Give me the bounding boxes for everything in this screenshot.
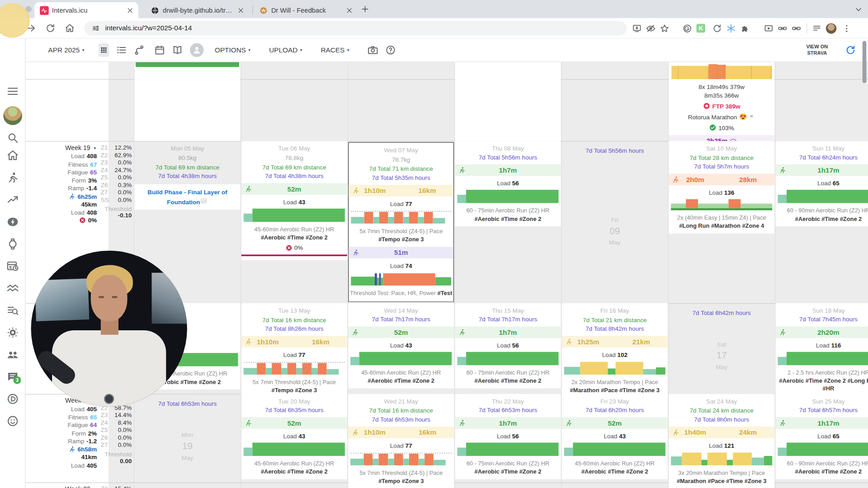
snowflake-extension-icon[interactable] [726, 23, 736, 33]
athlete-avatar[interactable] [190, 43, 204, 57]
workout-card[interactable]: 1h25m21kmLoad 1022x 20min Marathon Tempo… [562, 336, 668, 394]
day-cell[interactable]: Wed 28 May [348, 483, 454, 488]
workout-card[interactable]: 1h7mLoad 5660 - 75min Aerobic Run (Z2) H… [455, 326, 561, 385]
race-name[interactable]: Rotorua Marathon 😍 [669, 113, 774, 121]
site-settings-icon[interactable] [92, 24, 99, 32]
eye-off-icon[interactable] [646, 23, 656, 33]
sidebar-item-fitness[interactable] [7, 194, 19, 206]
day-cell[interactable]: Fri 23 May7d Total 6h20m hours52mLoad 43… [562, 394, 668, 483]
sidebar-item-activities[interactable] [7, 172, 19, 184]
day-cell[interactable]: Mon 26 May [135, 483, 241, 488]
workout-card[interactable]: 2h20mLoad 1162 - 2.5 hrs Aerobic Run (Z2… [776, 326, 868, 393]
options-menu[interactable]: OPTIONS▼ [215, 46, 251, 54]
day-cell[interactable]: Sun 11 May7d Total 6h24m hours1h17mLoad … [776, 141, 868, 303]
browser-profile-avatar[interactable] [826, 23, 836, 33]
overlay-handle[interactable] [104, 394, 114, 404]
logbook-icon[interactable] [172, 45, 183, 55]
workout-card[interactable]: 1h10m16kmLoad 775x 7min Threshold (Z4-5)… [349, 185, 453, 243]
day-cell[interactable]: Tue 13 May7d Total 16 km distance7d Tota… [241, 303, 347, 394]
new-tab-button[interactable] [361, 5, 369, 13]
plan-note-link[interactable]: Build Phase - Final Layer of Foundation [135, 184, 241, 210]
day-cell[interactable]: Sat 31 May [669, 483, 774, 488]
day-cell[interactable]: Thu 22 May7d Total 6h53m hours1h7mLoad 5… [455, 394, 561, 483]
url-input[interactable]: intervals.icu/?w=2025-04-14 [84, 21, 627, 36]
install-app-icon[interactable] [632, 23, 642, 33]
tab-intervals[interactable]: Intervals.icu [34, 2, 138, 19]
refresh-icon[interactable] [845, 45, 856, 55]
grammarly-extension-icon[interactable] [683, 23, 692, 33]
sidebar-item-totals[interactable] [7, 282, 19, 294]
upload-menu[interactable]: UPLOAD▼ [269, 46, 303, 54]
day-cell[interactable]: Sun 18 May7d Total 7h45m hours2h20mLoad … [776, 303, 868, 394]
day-cell[interactable]: Tue 06 May78.8kg7d Total 69 km distance7… [241, 141, 347, 303]
previous-week-card[interactable] [455, 62, 561, 141]
day-cell[interactable]: Sun 25 May7d Total 6h57m hours1h17mLoad … [776, 394, 868, 483]
week-label[interactable]: Week 19▼ [53, 143, 97, 152]
workout-card[interactable]: 1h17mLoad 6560 - 90min Aerobic Run (Z2) … [776, 417, 868, 475]
day-cell[interactable]: Sun 01 Jun [776, 483, 868, 488]
workout-card[interactable]: 52mLoad 4345-60min Aerobic Run (Z2) HR #… [562, 417, 668, 475]
races-menu[interactable]: RACES▼ [321, 46, 350, 54]
tab-github-training[interactable]: drwill-byte.github.io/training [145, 2, 249, 19]
day-cell[interactable]: 7d Total 6h53m hoursMon19May [135, 394, 241, 483]
browser-menu-kebab-icon[interactable] [842, 23, 851, 33]
sidebar-item-power[interactable] [7, 216, 19, 228]
calendar-grid-view-button[interactable] [99, 43, 109, 57]
home-nav-icon[interactable] [65, 23, 75, 33]
workout-card[interactable]: 1h40m24kmLoad 1213x 20min Marathon Tempo… [669, 427, 774, 485]
reload-icon[interactable] [45, 23, 55, 33]
cast-icon[interactable] [764, 23, 774, 33]
day-cell[interactable]: 7d Total 6h2m hours [562, 483, 668, 488]
close-icon[interactable] [345, 6, 353, 14]
reading-list-icon[interactable] [812, 23, 821, 33]
sidebar-item-home[interactable] [7, 150, 19, 162]
workout-card[interactable]: 2h0m28kmLoad 1362x (40min Easy | 15min Z… [669, 174, 774, 230]
day-cell[interactable]: Tue 20 May7d Total 6h35m hours52mLoad 43… [241, 394, 347, 483]
day-cell[interactable]: Wed 21 May7d Total 16 km distance7d Tota… [348, 394, 454, 483]
day-cell[interactable]: Thu 29 May [455, 483, 561, 488]
view-on-strava-link[interactable]: VIEW ON STRAVA [801, 44, 833, 56]
workout-card[interactable]: 52mLoad 4345-60min Aerobic Run (Z2) HR #… [348, 326, 454, 385]
completed-workout-card[interactable]: 8x 18m49s 379w 8m35s 366w FTP 389w Rotor… [669, 62, 774, 139]
sidebar-item-plan[interactable] [7, 260, 19, 272]
tab-search-chevron-icon[interactable] [855, 5, 863, 13]
day-cell[interactable]: 7d Total 5h56m hoursFri09May [562, 141, 668, 303]
sidebar-item-activity-search[interactable] [7, 304, 19, 316]
workout-card[interactable]: 1h17mLoad 6560 - 90min Aerobic Run (Z2) … [776, 164, 868, 223]
bookmark-star-icon[interactable] [660, 23, 670, 33]
day-cell[interactable]: Wed 07 May78.7kg7d Total 71 km distance7… [348, 142, 454, 302]
close-icon[interactable] [237, 6, 245, 14]
sidebar-item-settings[interactable] [7, 326, 19, 338]
workout-card[interactable]: 1h7mLoad 5660 - 75min Aerobic Run (Z2) H… [455, 417, 561, 475]
sidebar-item-support[interactable] [7, 415, 19, 427]
sidebar-item-search[interactable] [7, 131, 19, 144]
workout-card[interactable]: 52mLoad 4345-60min Aerobic Run (Z2) HR #… [241, 183, 347, 256]
day-cell[interactable]: Wed 14 May7d Total 7h17m hours52mLoad 43… [348, 303, 454, 394]
day-cell[interactable]: Thu 15 May7d Total 7h17m hours1h7mLoad 5… [455, 303, 561, 394]
close-icon[interactable] [126, 6, 134, 14]
workout-card[interactable]: 1h10m16kmLoad 775x 7min Threshold (Z4-5)… [348, 427, 454, 485]
day-cell[interactable]: Thu 08 May7d Total 5h56m hours1h7mLoad 5… [455, 141, 561, 303]
previous-week-card[interactable] [135, 62, 241, 141]
month-selector[interactable]: APR 2025▼ [48, 46, 85, 54]
week-label[interactable]: Week 22▼ [53, 485, 97, 488]
help-icon[interactable] [386, 45, 396, 55]
tab-feedback[interactable]: Dr Will - Feedback [254, 2, 358, 19]
route-view-button[interactable] [134, 45, 144, 55]
day-cell[interactable]: Sat 24 May7d Total 24 km distance7d Tota… [669, 394, 774, 483]
list-view-button[interactable] [116, 45, 127, 55]
k-extension-icon[interactable]: K [696, 24, 705, 33]
link-icon[interactable] [778, 23, 787, 33]
day-cell[interactable]: Tue 27 May [241, 483, 347, 488]
workout-card[interactable]: 1h10m16kmLoad 775x 7min Threshold (Z4-5)… [241, 336, 347, 394]
refresh-extension-icon[interactable] [712, 23, 722, 33]
sidebar-profile-avatar[interactable] [3, 106, 22, 125]
sidebar-item-community[interactable] [7, 393, 19, 405]
chain-icon[interactable] [792, 23, 801, 33]
camera-icon[interactable] [368, 45, 378, 55]
calendar-icon[interactable] [155, 45, 165, 55]
day-cell[interactable]: Fri 16 May7d Total 21 km distance7d Tota… [562, 303, 668, 394]
sidebar-item-athletes[interactable] [7, 348, 19, 361]
sidebar-item-devices[interactable] [7, 238, 19, 250]
day-cell[interactable]: 7d Total 6h42m hoursSat17May [669, 303, 774, 394]
